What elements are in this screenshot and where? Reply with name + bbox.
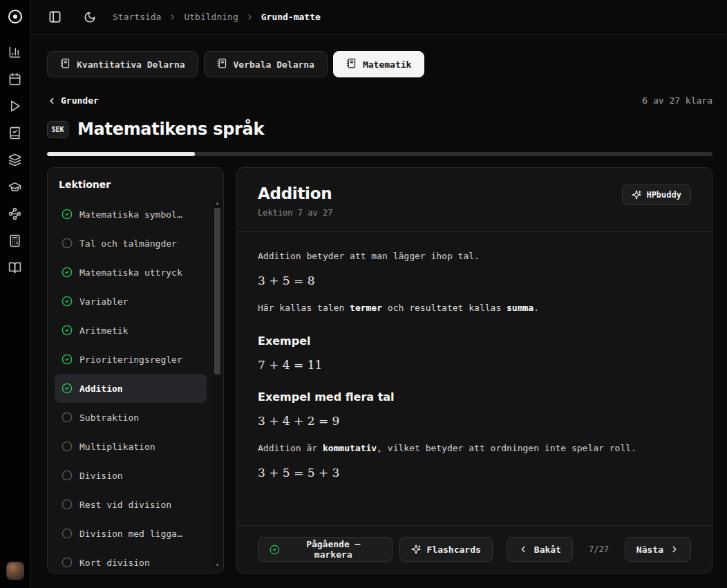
calculator-icon[interactable] <box>8 233 23 248</box>
circle-icon <box>62 528 73 539</box>
breadcrumb-startsida[interactable]: Startsida <box>113 12 161 22</box>
graduation-cap-icon[interactable] <box>8 179 23 194</box>
tab-label: Kvantitativa Delarna <box>77 59 185 70</box>
lesson-item-label: Tal och talmängder <box>79 238 177 249</box>
lesson-list: Matematiska symbol…Tal och talmängderMat… <box>48 200 223 569</box>
back-to-grunder-link[interactable]: Grunder <box>47 95 99 106</box>
lesson-item-label: Subtraktion <box>79 412 139 423</box>
circle-check-icon <box>62 354 73 365</box>
completion-status: 6 av 27 klara <box>642 95 712 106</box>
notebook-icon <box>217 58 227 70</box>
book-check-icon[interactable] <box>8 125 23 140</box>
lesson-item[interactable]: Kort division <box>55 548 207 569</box>
user-avatar[interactable] <box>6 562 24 580</box>
scroll-up-arrow-icon[interactable]: ▲ <box>214 200 221 207</box>
tab-kvantitativa-delarna[interactable]: Kvantitativa Delarna <box>47 51 198 77</box>
breadcrumb-grund-matte[interactable]: Grund-matte <box>261 12 321 22</box>
course-title-row: SEK Matematikens språk <box>47 120 712 139</box>
lesson-item-label: Prioriteringsregler <box>79 354 182 365</box>
lessons-panel-title: Lektioner <box>48 179 223 200</box>
waypoints-icon[interactable] <box>8 206 23 221</box>
next-button-label: Nästa <box>636 544 663 555</box>
lesson-item[interactable]: Division med ligga… <box>55 519 207 548</box>
status-paagaaende-button[interactable]: Pågående — markera <box>258 537 393 562</box>
main-column: Startsida Utbildning Grund-matte Kvantit… <box>30 0 727 588</box>
lesson-item[interactable]: Multiplikation <box>55 432 207 461</box>
sidebar-toggle-panel-left-icon[interactable] <box>48 10 62 23</box>
app-logo-disc-icon[interactable] <box>7 8 23 28</box>
math-expression: 3 + 5 = 5 + 3 <box>258 466 691 480</box>
bar-chart-icon[interactable] <box>8 44 23 59</box>
chevron-right-icon <box>168 12 177 21</box>
lessons-panel: Lektioner Matematiska symbol…Tal och tal… <box>47 167 224 573</box>
back-button[interactable]: Bakåt <box>507 537 573 562</box>
chevron-right-icon <box>245 12 254 21</box>
status-button-label: Pågående — markera <box>286 539 381 560</box>
lesson-item[interactable]: Matematiska symbol… <box>55 200 207 229</box>
lesson-footer: Pågående — markera Flashcards Bakåt 7/27 <box>237 525 712 573</box>
lesson-item-label: Rest vid division <box>79 500 171 510</box>
flashcards-button-label: Flashcards <box>427 544 481 555</box>
circle-check-icon <box>62 383 73 394</box>
math-expression: 7 + 4 = 11 <box>258 358 691 372</box>
lesson-item-label: Variabler <box>79 296 128 307</box>
sparkles-icon <box>411 544 421 554</box>
tab-matematik[interactable]: Matematik <box>333 51 424 77</box>
content-paragraph: Addition betyder att man lägger ihop tal… <box>258 249 691 263</box>
circle-check-icon <box>62 209 73 220</box>
notebook-icon <box>346 58 357 70</box>
circle-icon <box>62 441 73 452</box>
lesson-item[interactable]: Aritmetik <box>55 316 207 345</box>
book-open-icon[interactable] <box>8 260 23 275</box>
lesson-item[interactable]: Rest vid division <box>55 490 207 519</box>
lesson-title: Addition <box>258 184 332 202</box>
math-expression: 3 + 4 + 2 = 9 <box>258 414 691 428</box>
lesson-header: Addition Lektion 7 av 27 HPbuddy <box>237 168 712 232</box>
topbar: Startsida Utbildning Grund-matte <box>30 0 727 35</box>
lesson-item[interactable]: Division <box>55 461 207 490</box>
layers-icon[interactable] <box>8 152 23 167</box>
lesson-body: Addition betyder att man lägger ihop tal… <box>237 232 712 525</box>
math-expression: 3 + 5 = 8 <box>258 274 691 287</box>
lesson-item[interactable]: Prioriteringsregler <box>55 345 207 374</box>
circle-check-icon <box>62 325 73 336</box>
circle-check-icon <box>62 267 73 278</box>
circle-icon <box>62 499 73 510</box>
lesson-item-label: Matematiska uttryck <box>79 267 182 278</box>
lesson-item-label: Matematiska symbol… <box>79 209 182 220</box>
breadcrumb-utbildning[interactable]: Utbildning <box>184 12 238 22</box>
section-tabs: Kvantitativa Delarna Verbala Delarna Mat… <box>47 51 712 77</box>
course-title: Matematikens språk <box>77 120 264 139</box>
circle-check-icon <box>62 296 73 307</box>
lesson-item[interactable]: Subtraktion <box>55 403 207 432</box>
sek-badge: SEK <box>47 121 68 138</box>
next-button[interactable]: Nästa <box>625 537 691 562</box>
lesson-item[interactable]: Addition <box>55 374 207 403</box>
lesson-item[interactable]: Variabler <box>55 287 207 316</box>
lessons-scrollbar[interactable]: ▲ ▼ <box>214 200 221 569</box>
hpbuddy-button[interactable]: HPbuddy <box>622 184 691 205</box>
course-progress-fill <box>47 152 195 156</box>
flashcards-button[interactable]: Flashcards <box>399 537 493 562</box>
chevron-left-icon <box>47 96 57 106</box>
tab-label: Verbala Delarna <box>234 59 314 70</box>
scrollbar-thumb[interactable] <box>214 208 220 374</box>
lesson-item[interactable]: Tal och talmängder <box>55 229 207 258</box>
lesson-content-panel: Addition Lektion 7 av 27 HPbuddy Additio… <box>236 167 712 573</box>
course-row: Grunder 6 av 27 klara <box>47 95 712 106</box>
app-root: Startsida Utbildning Grund-matte Kvantit… <box>0 0 727 588</box>
rail-nav <box>8 44 23 275</box>
moon-dark-mode-icon[interactable] <box>84 11 96 23</box>
tab-verbala-delarna[interactable]: Verbala Delarna <box>204 51 328 77</box>
play-icon[interactable] <box>8 98 23 113</box>
calendar-icon[interactable] <box>8 71 23 86</box>
content-heading: Exempel med flera tal <box>258 390 691 404</box>
lesson-item-label: Division <box>79 471 123 481</box>
breadcrumb: Startsida Utbildning Grund-matte <box>113 12 321 22</box>
circle-check-icon <box>270 544 280 555</box>
hpbuddy-button-label: HPbuddy <box>646 190 681 200</box>
lesson-item-label: Division med ligga… <box>79 529 182 539</box>
page-content: Kvantitativa Delarna Verbala Delarna Mat… <box>30 35 727 588</box>
scroll-down-arrow-icon[interactable]: ▼ <box>214 562 221 569</box>
lesson-item[interactable]: Matematiska uttryck <box>55 258 207 287</box>
